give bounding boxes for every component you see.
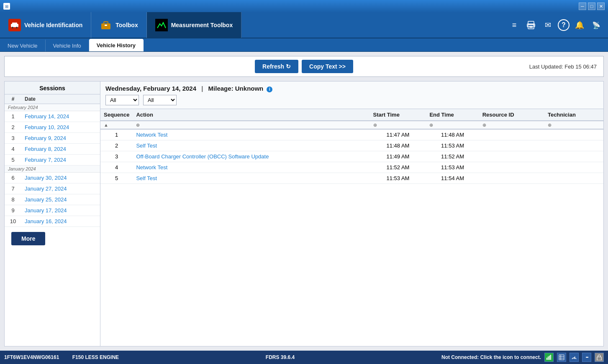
sort-technician[interactable]: ⊕: [544, 121, 603, 129]
table-row: 5 Self Test 11:53 AM 11:54 AM: [100, 173, 603, 183]
nav-vehicle-history[interactable]: Vehicle History: [89, 39, 144, 51]
svg-point-2: [12, 27, 13, 28]
copy-text-button[interactable]: Copy Text >>: [302, 60, 353, 73]
list-item: 6 January 30, 2024: [5, 173, 100, 183]
month-label-row: January 2024: [5, 165, 100, 173]
list-item: 1 February 14, 2024: [5, 111, 100, 122]
svg-rect-10: [529, 27, 533, 28]
sort-seq[interactable]: ▲: [100, 121, 133, 129]
svg-point-12: [533, 25, 534, 26]
filter-select-1[interactable]: All: [105, 95, 139, 105]
vehicle-icon: [8, 19, 21, 31]
nav-new-vehicle[interactable]: New Vehicle: [0, 40, 46, 51]
col-resource-id: Resource ID: [479, 109, 544, 121]
content-area: Sessions # Date February 2024 1 February: [4, 81, 604, 346]
nav-vehicle-info[interactable]: Vehicle Info: [46, 40, 89, 51]
status-bar: 1FT6W1EV4NWG06161 F150 LESS ENGINE FDRS …: [0, 351, 608, 364]
measurement-icon: [155, 19, 168, 31]
col-start-time: Start Time: [370, 109, 426, 121]
list-item: 8 January 25, 2024: [5, 194, 100, 205]
session-date-link[interactable]: January 25, 2024: [25, 196, 67, 203]
detail-header: Wednesday, February 14, 2024 | Mileage: …: [100, 81, 603, 109]
filter-select-2[interactable]: All: [143, 95, 177, 105]
notification-icon[interactable]: 🔔: [573, 18, 586, 32]
tab-toolbox-label: Toolbox: [115, 22, 138, 28]
main-content: Refresh ↻ Copy Text >> Last Updated: Feb…: [0, 52, 608, 351]
header-right: ≡ ✉ ? 🔔 📡: [508, 18, 608, 32]
nav-bar: New Vehicle Vehicle Info Vehicle History: [0, 38, 608, 52]
sort-end-time[interactable]: ⊕: [426, 121, 479, 129]
sort-start-time[interactable]: ⊕: [370, 121, 426, 129]
svg-line-21: [574, 356, 575, 359]
status-icon-table[interactable]: [557, 353, 566, 362]
table-row: 3 Off-Board Charger Controller (OBCC) So…: [100, 151, 603, 162]
close-button[interactable]: ✕: [597, 3, 605, 10]
sessions-col-num: #: [5, 94, 21, 104]
action-link[interactable]: Network Test: [136, 164, 167, 171]
status-vin: 1FT6W1EV4NWG06161: [4, 354, 59, 360]
sort-action[interactable]: ⊕: [133, 121, 369, 129]
session-date-link[interactable]: January 16, 2024: [25, 218, 67, 224]
connection-icon[interactable]: 📡: [590, 18, 603, 32]
status-icon-lock[interactable]: [595, 353, 604, 362]
session-date-link[interactable]: February 14, 2024: [25, 113, 69, 120]
minimize-button[interactable]: ─: [579, 3, 586, 10]
session-date-link[interactable]: January 30, 2024: [25, 175, 67, 181]
svg-rect-15: [549, 356, 550, 360]
sessions-panel: Sessions # Date February 2024 1 February: [4, 81, 100, 346]
status-right: Not Connected: Click the icon to connect…: [441, 353, 604, 362]
session-date-link[interactable]: January 17, 2024: [25, 207, 67, 214]
col-action: Action: [133, 109, 369, 121]
menu-icon[interactable]: ≡: [508, 18, 521, 32]
separator: |: [201, 85, 203, 92]
list-item: 9 January 17, 2024: [5, 205, 100, 216]
list-item: 5 February 7, 2024: [5, 155, 100, 165]
sort-resource[interactable]: ⊕: [479, 121, 544, 129]
action-link[interactable]: Network Test: [136, 132, 167, 138]
action-link[interactable]: Self Test: [136, 175, 157, 181]
more-button[interactable]: More: [11, 232, 45, 245]
status-vehicle: F150 LESS ENGINE: [72, 354, 119, 360]
refresh-label: Refresh ↻: [262, 63, 291, 70]
title-bar: ⊞ ─ □ ✕: [0, 0, 608, 13]
month-label-row: February 2024: [5, 104, 100, 111]
col-sequence: Sequence: [100, 109, 133, 121]
refresh-button[interactable]: Refresh ↻: [255, 60, 298, 73]
sessions-header: Sessions: [5, 81, 100, 94]
sessions-col-date: Date: [21, 94, 100, 104]
col-end-time: End Time: [426, 109, 479, 121]
status-icon-gauge[interactable]: [570, 353, 579, 362]
tab-vehicle-identification[interactable]: Vehicle Identification: [0, 12, 91, 38]
tab-vehicle-label: Vehicle Identification: [24, 22, 82, 28]
session-date-link[interactable]: January 27, 2024: [25, 186, 67, 192]
mileage-info-icon[interactable]: i: [267, 87, 272, 92]
tab-toolbox[interactable]: Toolbox: [91, 12, 146, 38]
table-row: 4 Network Test 11:52 AM 11:53 AM: [100, 162, 603, 173]
mileage-label: Mileage: Unknown: [208, 85, 264, 92]
status-left: 1FT6W1EV4NWG06161 F150 LESS ENGINE: [4, 354, 119, 360]
tab-measurement-label: Measurement Toolbox: [171, 22, 233, 28]
more-btn-container: More: [5, 227, 100, 250]
sessions-table: # Date February 2024 1 February 14, 2024…: [5, 94, 100, 227]
toolbar-buttons: Refresh ↻ Copy Text >>: [206, 60, 401, 73]
tab-measurement[interactable]: Measurement Toolbox: [147, 12, 242, 38]
action-link[interactable]: Off-Board Charger Controller (OBCC) Soft…: [136, 153, 269, 160]
session-date-link[interactable]: February 9, 2024: [25, 135, 66, 141]
connection-status-text: Not Connected: Click the icon to connect…: [441, 354, 541, 360]
email-icon[interactable]: ✉: [541, 18, 554, 32]
status-icon-green[interactable]: [544, 353, 554, 362]
print-icon[interactable]: [524, 18, 538, 32]
action-link[interactable]: Self Test: [136, 143, 157, 149]
svg-rect-7: [528, 21, 534, 25]
detail-table-container: Sequence Action Start Time End Time: [100, 109, 603, 340]
svg-rect-14: [548, 356, 549, 360]
help-icon[interactable]: ?: [558, 19, 570, 31]
list-item: 3 February 9, 2024: [5, 133, 100, 144]
toolbox-icon: [100, 19, 112, 31]
status-icon-more[interactable]: ···: [582, 353, 591, 362]
session-date-link[interactable]: February 10, 2024: [25, 124, 69, 130]
session-date-link[interactable]: February 7, 2024: [25, 157, 66, 163]
list-item: 4 February 8, 2024: [5, 144, 100, 155]
session-date-link[interactable]: February 8, 2024: [25, 146, 66, 152]
maximize-button[interactable]: □: [588, 3, 595, 10]
